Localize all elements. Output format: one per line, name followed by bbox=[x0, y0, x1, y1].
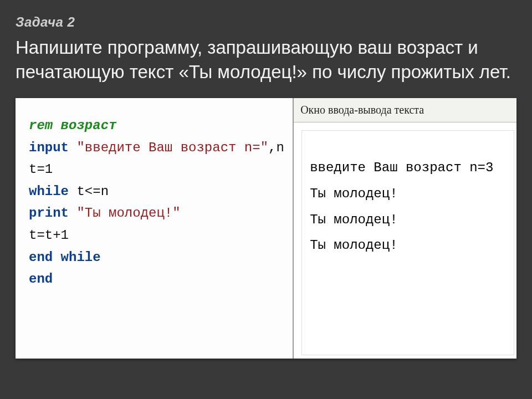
code-line: t=t+1 bbox=[29, 224, 285, 247]
code-line: t=1 bbox=[29, 158, 285, 181]
code-line: end while bbox=[29, 247, 285, 269]
comment-text: возраст bbox=[53, 118, 116, 133]
code-line: input "введите Ваш возраст n=",n bbox=[29, 137, 285, 159]
output-pane: введите Ваш возраст n=3 Ты молодец! Ты м… bbox=[301, 130, 514, 355]
slide: Задача 2 Напишите программу, запрашивающ… bbox=[0, 0, 532, 399]
output-line: Ты молодец! bbox=[310, 181, 508, 207]
code-token: t<=n bbox=[69, 184, 109, 199]
task-text: Напишите программу, запрашивающую ваш во… bbox=[16, 35, 516, 84]
output-line: Ты молодец! bbox=[310, 207, 508, 233]
keyword-end: end bbox=[29, 272, 53, 287]
keyword-while: while bbox=[29, 184, 69, 199]
keyword-print: print bbox=[29, 206, 69, 221]
output-window-title: Окно ввода-вывода текста bbox=[294, 98, 516, 122]
keyword-input: input bbox=[29, 140, 69, 155]
keyword-rem: rem bbox=[29, 118, 53, 133]
output-column: Окно ввода-вывода текста введите Ваш воз… bbox=[294, 98, 516, 359]
code-pane: rem возраст input "введите Ваш возраст n… bbox=[16, 98, 294, 359]
code-token: ,n bbox=[268, 140, 284, 155]
code-token: t=1 bbox=[29, 162, 53, 177]
code-line: print "Ты молодец!" bbox=[29, 202, 285, 224]
string-literal: "Ты молодец!" bbox=[69, 206, 181, 221]
code-line: while t<=n bbox=[29, 181, 285, 203]
string-literal: "введите Ваш возраст n=" bbox=[69, 140, 268, 155]
output-line: введите Ваш возраст n=3 bbox=[310, 155, 508, 181]
code-token: t=t+1 bbox=[29, 228, 69, 243]
code-line: end bbox=[29, 268, 285, 290]
code-line: rem возраст bbox=[29, 115, 285, 137]
task-number: Задача 2 bbox=[16, 14, 516, 30]
output-line: Ты молодец! bbox=[310, 233, 508, 259]
content-panes: rem возраст input "введите Ваш возраст n… bbox=[16, 98, 516, 359]
keyword-endwhile: end while bbox=[29, 250, 101, 265]
